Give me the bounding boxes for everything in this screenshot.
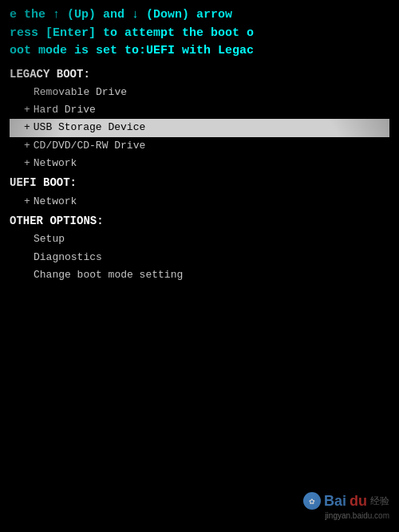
bios-content: e the ↑ (Up) and ↓ (Down) arrow ress [En… bbox=[0, 0, 399, 532]
instruction-line-1: e the ↑ (Up) and ↓ (Down) arrow bbox=[10, 6, 389, 25]
baidu-url: jingyan.baidu.com bbox=[325, 511, 389, 520]
network-uefi-item[interactable]: +Network bbox=[10, 193, 389, 211]
jingyan-label: 经验 bbox=[370, 495, 389, 508]
uefi-boot-header: UEFI BOOT: bbox=[10, 174, 389, 193]
diagnostics-item[interactable]: Diagnostics bbox=[10, 249, 389, 266]
legacy-boot-section: LEGACY BOOT: Removable Drive +Hard Drive… bbox=[10, 65, 389, 172]
baidu-text-bai: Bai bbox=[324, 493, 346, 510]
removable-drive-item[interactable]: Removable Drive bbox=[10, 84, 389, 101]
network-legacy-item[interactable]: +Network bbox=[10, 155, 389, 172]
top-instructions: e the ↑ (Up) and ↓ (Down) arrow ress [En… bbox=[10, 6, 389, 61]
usb-storage-item[interactable]: +USB Storage Device bbox=[10, 119, 389, 136]
setup-item[interactable]: Setup bbox=[10, 231, 389, 248]
baidu-text-du: du bbox=[350, 493, 367, 510]
hard-drive-item[interactable]: +Hard Drive bbox=[10, 101, 389, 119]
legacy-boot-header: LEGACY BOOT: bbox=[10, 65, 389, 85]
baidu-logo: ✿ Baidu 经验 bbox=[303, 492, 389, 510]
other-options-section: OTHER OPTIONS: Setup Diagnostics Change … bbox=[10, 212, 389, 284]
other-options-header: OTHER OPTIONS: bbox=[10, 212, 389, 231]
baidu-paw-icon: ✿ bbox=[303, 492, 321, 510]
boot-mode-line: oot mode is set to:UEFI with Legac bbox=[10, 42, 389, 61]
change-boot-mode-item[interactable]: Change boot mode setting bbox=[10, 266, 389, 284]
cddvd-drive-item[interactable]: +CD/DVD/CD-RW Drive bbox=[10, 137, 389, 155]
bios-screen: e the ↑ (Up) and ↓ (Down) arrow ress [En… bbox=[0, 0, 399, 532]
baidu-watermark: ✿ Baidu 经验 jingyan.baidu.com bbox=[303, 492, 389, 520]
instruction-line-2: ress [Enter] to attempt the boot o bbox=[10, 25, 389, 43]
uefi-boot-section: UEFI BOOT: +Network bbox=[10, 174, 389, 211]
